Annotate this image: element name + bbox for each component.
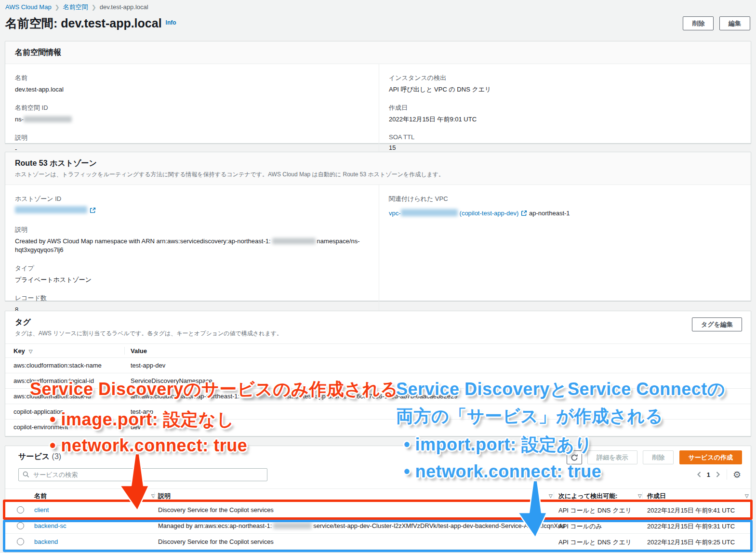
created-date-value: 2022年12月15日 午前9:01 UTC xyxy=(389,115,741,124)
route53-header: Route 53 ホストゾーン ホストゾーンは、トラフィックをルーティングする方… xyxy=(5,152,751,185)
column-header-created[interactable]: 作成日 xyxy=(647,492,666,500)
delete-namespace-button[interactable]: 削除 xyxy=(683,16,714,30)
service-created: 2022年12月15日 午前9:31 UTC xyxy=(647,522,735,531)
namespace-info-left-column: 名前 dev.test-app.local 名前空間 ID ns- 説明 - xyxy=(5,64,379,164)
vpc-link[interactable]: vpc-(copilot-test-app-dev) xyxy=(389,210,518,217)
page-number[interactable]: 1 xyxy=(707,471,710,478)
associated-vpc-label: 関連付けられた VPC xyxy=(389,195,741,203)
breadcrumb-cloud-map[interactable]: AWS Cloud Map xyxy=(5,3,52,11)
edit-namespace-button[interactable]: 編集 xyxy=(719,16,750,30)
column-header-discoverable[interactable]: 次によって検出可能: xyxy=(558,492,618,500)
soa-ttl-label: SOA TTL xyxy=(389,133,741,141)
namespace-info-header: 名前空間情報 xyxy=(5,41,751,64)
instance-discovery-label: インスタンスの検出 xyxy=(389,74,741,82)
redacted-vpc-id xyxy=(401,209,458,216)
info-link[interactable]: Info xyxy=(166,19,176,26)
delete-service-button[interactable]: 削除 xyxy=(643,450,674,464)
gear-icon[interactable]: ⚙ xyxy=(733,470,741,479)
sort-icon[interactable]: ▽ xyxy=(29,349,33,354)
sort-icon[interactable]: ▽ xyxy=(745,493,749,499)
pagination: 1 ⚙ xyxy=(696,469,741,480)
instance-discovery-value: API 呼び出しと VPC の DNS クエリ xyxy=(389,85,741,94)
annotation-red-line1: Service Discoveryのサービスのみ作成される xyxy=(30,378,398,401)
service-discoverable: API コールと DNS クエリ xyxy=(558,506,632,515)
page-title-text: 名前空間: dev.test-app.local xyxy=(5,16,162,30)
annotation-red-arrow xyxy=(117,454,160,513)
sort-icon[interactable]: ▽ xyxy=(638,493,642,499)
tag-key: aws:cloudformation:stack-name xyxy=(13,362,102,369)
namespace-id-prefix: ns- xyxy=(15,116,24,123)
row-radio-button[interactable] xyxy=(17,538,24,547)
tags-table-header: Key▽ Value xyxy=(5,343,751,358)
column-header-label: 名前 xyxy=(34,492,47,500)
vpc-name: (copilot-test-app-dev) xyxy=(460,210,519,217)
vpc-id-prefix: vpc- xyxy=(389,210,401,217)
annotation-blue-line1: Service DiscoveryとService Connectの xyxy=(396,378,725,401)
column-header-description[interactable]: 説明 xyxy=(158,492,551,500)
zone-description-value: Created by AWS Cloud Map namespace with … xyxy=(15,237,369,254)
breadcrumb-namespaces[interactable]: 名前空間 xyxy=(63,3,88,11)
annotation-red-line3: • network.connect: true xyxy=(50,435,247,456)
service-discoverable: API コールと DNS クエリ xyxy=(558,538,632,547)
tags-value-header: Value xyxy=(131,347,147,355)
annotation-blue-line4: • network.connect: true xyxy=(404,461,601,482)
hosted-zone-id-label: ホストゾーン ID xyxy=(15,195,369,203)
namespace-info-panel: 名前空間情報 名前 dev.test-app.local 名前空間 ID ns-… xyxy=(5,41,751,144)
created-date-label: 作成日 xyxy=(389,104,741,112)
breadcrumb-current: dev.test-app.local xyxy=(100,3,148,11)
service-created: 2022年12月15日 午前9:41 UTC xyxy=(647,506,735,515)
service-link[interactable]: client xyxy=(34,506,49,514)
namespace-info-right-column: インスタンスの検出 API 呼び出しと VPC の DNS クエリ 作成日 20… xyxy=(379,64,751,164)
external-link-icon xyxy=(90,207,96,216)
search-icon xyxy=(23,471,29,479)
table-row: aws:cloudformation:stack-name test-app-d… xyxy=(5,358,751,373)
breadcrumb-separator: ❯ xyxy=(55,4,60,11)
namespace-info-title: 名前空間情報 xyxy=(15,48,61,58)
redacted-account-id xyxy=(272,238,316,244)
breadcrumb-separator: ❯ xyxy=(92,4,96,11)
edit-tags-button[interactable]: タグを編集 xyxy=(692,317,742,331)
service-description: Discovery Service for the Copilot servic… xyxy=(158,538,551,545)
record-count-label: レコード数 xyxy=(15,294,369,303)
route53-title: Route 53 ホストゾーン xyxy=(15,158,97,169)
service-link[interactable]: backend xyxy=(34,538,58,545)
namespace-id-label: 名前空間 ID xyxy=(15,104,369,112)
route53-panel: Route 53 ホストゾーン ホストゾーンは、トラフィックをルーティングする方… xyxy=(5,152,751,301)
row-radio-button[interactable] xyxy=(17,506,24,515)
service-description: Discovery Service for the Copilot servic… xyxy=(158,506,551,514)
redacted-hosted-zone-id xyxy=(15,206,87,213)
service-link[interactable]: backend-sc xyxy=(34,522,66,529)
tags-title: タグ xyxy=(15,317,31,328)
service-description: Managed by arn:aws:ecs:ap-northeast-1:se… xyxy=(158,522,551,529)
tags-key-header[interactable]: Key▽ xyxy=(13,347,33,355)
external-link-icon xyxy=(521,210,527,219)
tags-value-header-label: Value xyxy=(131,347,147,355)
tags-subtitle: タグは、AWS リソースに割り当てるラベルです。各タグは、キーとオプションの値で… xyxy=(15,329,741,338)
column-header-label: 作成日 xyxy=(647,492,666,500)
zone-description-prefix: Created by AWS Cloud Map namespace with … xyxy=(15,237,271,245)
table-row-backend-sc[interactable]: backend-sc Managed by arn:aws:ecs:ap-nor… xyxy=(5,518,751,534)
route53-right-column: 関連付けられた VPC vpc-(copilot-test-app-dev) a… xyxy=(379,185,751,325)
services-title-text: サービス xyxy=(18,452,50,461)
route53-subtitle: ホストゾーンは、トラフィックをルーティングする方法に関する情報を保持するコンテナ… xyxy=(15,171,741,179)
table-row-backend[interactable]: backend Discovery Service for the Copilo… xyxy=(5,534,751,550)
vpc-region: ap-northeast-1 xyxy=(529,210,570,217)
divider xyxy=(727,469,727,480)
header-actions: 削除 編集 xyxy=(683,16,750,30)
row-radio-button[interactable] xyxy=(17,522,24,531)
service-description-prefix: Managed by arn:aws:ecs:ap-northeast-1: xyxy=(158,522,272,529)
tag-value: test-app-dev xyxy=(131,362,165,369)
breadcrumb: AWS Cloud Map❯名前空間❯dev.test-app.local xyxy=(5,3,148,12)
column-divider xyxy=(642,492,643,499)
route53-left-column: ホストゾーン ID 説明 Created by AWS Cloud Map na… xyxy=(5,185,379,325)
soa-ttl-value: 15 xyxy=(389,144,741,152)
redacted-namespace-id xyxy=(24,116,72,122)
column-header-name[interactable]: 名前 xyxy=(34,492,47,500)
create-service-button[interactable]: サービスの作成 xyxy=(679,450,742,464)
annotation-blue-line2: 両方の「サービス」が作成される xyxy=(396,405,663,428)
next-page-icon[interactable] xyxy=(715,471,721,478)
hosted-zone-id-value[interactable] xyxy=(15,206,369,216)
associated-vpc-value: vpc-(copilot-test-app-dev) ap-northeast-… xyxy=(389,209,741,219)
description-label: 説明 xyxy=(15,133,369,142)
previous-page-icon[interactable] xyxy=(696,471,702,478)
